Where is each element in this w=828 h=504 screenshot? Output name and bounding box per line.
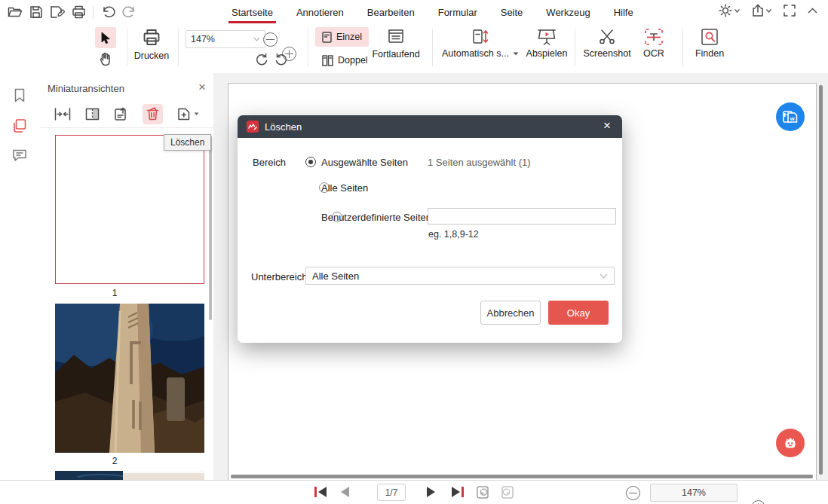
theme-brightness-button[interactable] (719, 4, 740, 17)
custom-pages-input[interactable] (428, 208, 616, 225)
zoom-out-button[interactable] (263, 32, 278, 47)
horizontal-scrollbar[interactable] (231, 475, 813, 478)
single-page-icon (322, 32, 332, 43)
ai-assistant-fab[interactable] (776, 429, 805, 457)
bookmarks-panel-icon[interactable] (14, 88, 26, 102)
double-page-icon (322, 55, 333, 66)
word-convert-icon: w (782, 108, 799, 125)
panel-toolbar (40, 100, 213, 128)
updf-app-window: Startseite Annotieren Bearbeiten Formula… (0, 0, 828, 504)
collapse-toolbar-icon[interactable] (808, 8, 817, 14)
radio-selected-pages[interactable] (305, 157, 316, 167)
extract-page-icon[interactable] (114, 107, 128, 121)
thumbnails-panel-icon[interactable] (12, 118, 27, 133)
zoom-level-value: 147% (191, 34, 215, 44)
unterbereich-label: Unterbereich (251, 271, 307, 283)
auto-scroll-button[interactable]: Automatisch s... (440, 27, 521, 59)
chevron-down-icon (600, 273, 608, 279)
previous-view-icon[interactable] (476, 485, 489, 499)
first-page-button[interactable] (314, 487, 327, 497)
unterbereich-value: Alle Seiten (312, 270, 359, 282)
selected-pages-note: 1 Seiten ausgewählt (1) (428, 157, 531, 168)
statusbar-zoom-in-button[interactable] (751, 500, 765, 504)
rotate-cw-icon[interactable] (255, 53, 268, 66)
svg-text:w: w (790, 115, 795, 122)
cancel-button[interactable]: Abbrechen (480, 301, 541, 325)
hand-tool-button[interactable] (99, 52, 112, 66)
split-page-icon[interactable] (85, 108, 100, 121)
play-presentation-label: Abspielen (526, 48, 568, 59)
tab-annotieren[interactable]: Annotieren (295, 2, 345, 23)
redo-icon[interactable] (122, 5, 137, 19)
play-presentation-button[interactable]: Abspielen (526, 27, 568, 59)
ocr-button[interactable]: OCR (636, 27, 672, 59)
statusbar-zoom-value[interactable]: 147% (650, 484, 738, 502)
thumbnail-page-3[interactable] (55, 471, 204, 480)
print-group-button[interactable]: Drucken (133, 27, 170, 61)
comments-panel-icon[interactable] (12, 148, 27, 162)
caret-down-icon (734, 9, 740, 13)
dialog-close-icon[interactable]: × (600, 118, 615, 133)
add-page-button[interactable] (177, 107, 199, 121)
single-page-button[interactable]: Einzel (315, 27, 369, 47)
save-icon[interactable] (29, 5, 43, 19)
caret-down-icon (766, 9, 771, 13)
open-file-icon[interactable] (8, 5, 23, 19)
dialog-title: Löschen (265, 121, 302, 133)
tab-formular[interactable]: Formular (437, 2, 479, 23)
next-page-button[interactable] (427, 487, 435, 499)
panel-scrollbar[interactable] (209, 136, 212, 320)
continuous-view-button[interactable]: Fortlaufend (370, 27, 422, 60)
statusbar: 1/7 147% (0, 480, 828, 504)
updf-logo-icon (247, 121, 259, 133)
okay-button[interactable]: Okay (548, 301, 609, 325)
caret-down-icon (194, 112, 199, 116)
fullscreen-icon[interactable] (784, 5, 796, 17)
insert-page-icon[interactable] (54, 108, 71, 121)
divider (93, 5, 94, 19)
bereich-label: Bereich (253, 157, 286, 168)
statusbar-zoom-out-button[interactable] (626, 486, 640, 500)
print-icon[interactable] (72, 5, 86, 19)
tab-hilfe[interactable]: Hilfe (612, 2, 635, 23)
last-page-button[interactable] (452, 487, 464, 497)
previous-page-button[interactable] (341, 487, 349, 499)
double-page-button[interactable]: Doppel (315, 52, 375, 69)
undo-icon[interactable] (100, 5, 115, 19)
share-button[interactable] (752, 4, 771, 17)
zoom-level-select[interactable]: 147% (186, 30, 265, 48)
vertical-scrollbar[interactable] (819, 85, 823, 475)
rotate-ccw-icon[interactable] (274, 53, 288, 66)
tab-startseite[interactable]: Startseite (230, 2, 274, 23)
screenshot-label: Screenshot (582, 48, 632, 59)
chevron-down-icon (253, 37, 260, 41)
page-indicator[interactable]: 1/7 (377, 484, 406, 501)
unterbereich-select[interactable]: Alle Seiten (305, 267, 615, 285)
tab-bearbeiten[interactable]: Bearbeiten (366, 2, 416, 23)
continuous-view-label: Fortlaufend (370, 49, 422, 60)
print-label: Drucken (133, 50, 170, 61)
convert-to-word-fab[interactable]: w (776, 102, 805, 131)
tab-werkzeug[interactable]: Werkzeug (544, 2, 591, 23)
custom-pages-hint: eg. 1,8,9-12 (428, 229, 479, 240)
ribbon-toolbar: Drucken 147% 1:1 Ein (0, 25, 828, 74)
auto-scroll-label: Automatisch s... (442, 48, 509, 59)
ocr-label: OCR (636, 48, 672, 59)
thumbnail-1-number: 1 (40, 288, 189, 298)
tab-seite[interactable]: Seite (499, 2, 525, 23)
next-view-icon[interactable] (501, 485, 514, 499)
thumbnail-page-1[interactable] (55, 135, 204, 284)
panel-close-icon[interactable]: × (198, 80, 206, 95)
save-as-icon[interactable] (50, 5, 65, 19)
select-tool-button[interactable] (95, 27, 116, 48)
thumbnail-page-2[interactable] (55, 304, 204, 453)
menubar: Startseite Annotieren Bearbeiten Formula… (0, 0, 828, 25)
robot-icon (781, 434, 799, 452)
cursor-arrow-icon (100, 32, 112, 44)
delete-tooltip: Löschen (164, 134, 211, 151)
find-button[interactable]: Finden (690, 27, 729, 59)
delete-page-button[interactable] (143, 104, 163, 124)
pillar-photo (55, 304, 204, 453)
trash-icon (146, 107, 159, 121)
screenshot-button[interactable]: Screenshot (582, 27, 632, 59)
